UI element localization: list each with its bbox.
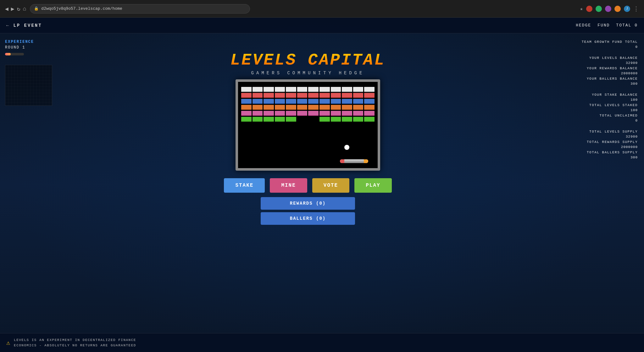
brick	[253, 87, 263, 92]
brick	[364, 117, 375, 122]
brick	[364, 93, 375, 98]
total-rewards-supply-label: TOTAL REWARDS SUPPLY	[562, 140, 638, 145]
ext-icon-3[interactable]	[605, 6, 611, 12]
brick	[319, 99, 330, 104]
brick	[264, 99, 274, 104]
brick-row-2	[241, 93, 375, 98]
brick-row-4	[241, 105, 375, 110]
game-title-wrapper: LEVELS CAPITAL GAMERS COMMUNITY HEDGE	[230, 52, 386, 76]
ballers-balance-value: 300	[562, 81, 638, 87]
brick	[241, 117, 252, 122]
brick	[241, 87, 252, 92]
brick	[319, 87, 330, 92]
brick-empty	[308, 117, 319, 122]
back-arrow: ←	[6, 23, 9, 28]
browser-nav-icons: ◀ ▶ ↻ ⌂	[5, 5, 26, 12]
brick-row-5	[241, 111, 375, 116]
ext-icon-5[interactable]: J	[624, 6, 630, 12]
total-levels-supply-value: 32900	[562, 134, 638, 140]
rewards-button[interactable]: REWARDS (0)	[261, 197, 355, 210]
brick	[297, 105, 308, 110]
stake-balance-value: 100	[562, 97, 638, 103]
brick	[319, 117, 330, 122]
game-screen	[236, 79, 380, 171]
brick	[308, 87, 319, 92]
team-growth-fund-group: TEAM GROWTH FUND TOTAL 0	[562, 40, 638, 50]
brick	[264, 117, 274, 122]
brick	[275, 105, 285, 110]
brick	[275, 99, 285, 104]
brick	[264, 111, 274, 116]
bricks-area	[241, 87, 375, 123]
browser-chrome: ◀ ▶ ↻ ⌂ 🔒 d2wqo5jv8q9o57.levelscap.com/h…	[0, 0, 644, 18]
brick	[319, 105, 330, 110]
brick	[241, 105, 252, 110]
fund-link[interactable]: FUND	[597, 23, 610, 28]
footer-text: LEVELS IS AN EXPERIMENT IN DECENTRALIZED…	[14, 338, 136, 348]
total-link[interactable]: TOTAL 0	[616, 23, 638, 28]
browser-address-bar[interactable]: 🔒 d2wqo5jv8q9o57.levelscap.com/home	[30, 4, 250, 14]
topbar: ← LP EVENT HEDGE FUND TOTAL 0	[0, 18, 644, 33]
ballers-balance-label: YOUR BALLERS BALANCE	[562, 77, 638, 81]
mine-button[interactable]: MINE	[270, 178, 307, 193]
brick	[286, 93, 296, 98]
progress-bar	[5, 53, 24, 55]
levels-balance-group: YOUR LEVELS BALANCE 32900 YOUR REWARDS B…	[562, 56, 638, 87]
back-icon[interactable]: ◀	[5, 5, 8, 12]
footer: ⚠ LEVELS IS AN EXPERIMENT IN DECENTRALIZ…	[0, 333, 644, 352]
ballers-button[interactable]: BALLERS (0)	[261, 212, 355, 225]
brick	[286, 117, 296, 122]
back-button[interactable]: ← LP EVENT	[6, 23, 42, 28]
team-growth-fund-value: 0	[562, 44, 638, 50]
brick	[297, 87, 308, 92]
round-label: ROUND 1	[5, 45, 55, 50]
bookmark-icon[interactable]: ★	[580, 6, 583, 12]
team-growth-fund-label: TEAM GROWTH FUND TOTAL	[562, 40, 638, 44]
app: ← LP EVENT HEDGE FUND TOTAL 0 EXPERIENCE…	[0, 18, 644, 352]
home-icon[interactable]: ⌂	[23, 6, 26, 12]
left-sidebar: EXPERIENCE ROUND 1	[0, 33, 60, 352]
experience-label: EXPERIENCE	[5, 40, 55, 44]
vote-button[interactable]: VOTE	[312, 178, 349, 193]
brick-empty	[297, 117, 308, 122]
play-button[interactable]: PLAY	[354, 178, 391, 193]
footer-line-1: LEVELS IS AN EXPERIMENT IN DECENTRALIZED…	[14, 338, 136, 343]
brick	[342, 99, 352, 104]
brick	[342, 93, 352, 98]
ext-icon-4[interactable]	[614, 6, 621, 12]
brick	[342, 117, 352, 122]
brick	[297, 99, 308, 104]
brick	[331, 93, 341, 98]
brick	[331, 117, 341, 122]
forward-icon[interactable]: ▶	[11, 5, 14, 12]
event-title: LP EVENT	[13, 23, 42, 28]
total-unclaimed-value: 0	[562, 118, 638, 124]
stake-button[interactable]: STAKE	[224, 178, 265, 193]
brick	[253, 93, 263, 98]
brick	[253, 117, 263, 122]
brick	[264, 93, 274, 98]
supply-group: TOTAL LEVELS SUPPLY 32900 TOTAL REWARDS …	[562, 129, 638, 161]
brick	[364, 99, 375, 104]
brick	[353, 99, 364, 104]
ext-icon-2[interactable]	[596, 6, 602, 12]
warning-icon: ⚠	[6, 339, 10, 347]
brick	[275, 117, 285, 122]
ext-icon-1[interactable]	[586, 6, 592, 12]
brick	[364, 111, 375, 116]
hedge-link[interactable]: HEDGE	[576, 23, 591, 28]
brick	[286, 111, 296, 116]
progress-bar-fill	[5, 53, 11, 55]
paddle-right-cap	[364, 159, 368, 163]
brick	[297, 111, 308, 116]
brick	[342, 105, 352, 110]
rewards-balance-label: YOUR REWARDS BALANCE	[562, 66, 638, 71]
brick	[264, 87, 274, 92]
brick	[297, 93, 308, 98]
brick	[264, 105, 274, 110]
menu-icon[interactable]: ⋮	[633, 5, 639, 12]
brick	[364, 87, 375, 92]
game-paddle	[340, 159, 368, 163]
refresh-icon[interactable]: ↻	[17, 5, 20, 12]
brick	[364, 105, 375, 110]
